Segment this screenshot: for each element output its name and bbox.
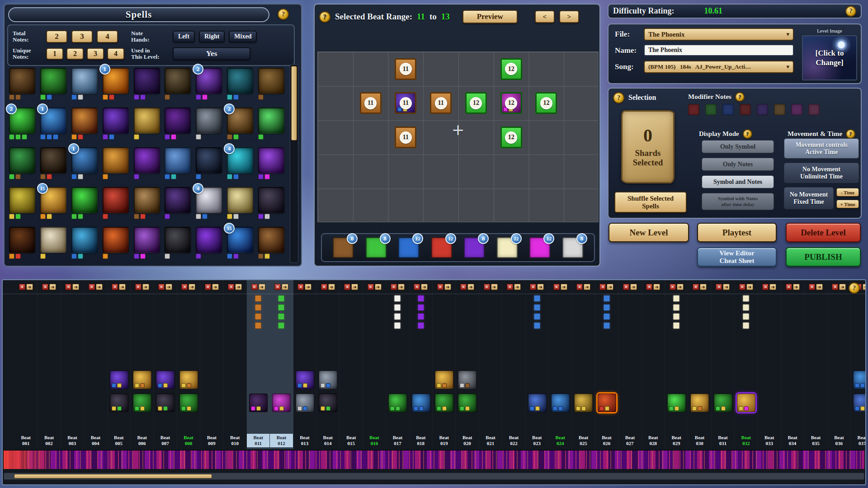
beat-delete-icon[interactable]: ✕ — [646, 284, 652, 290]
beat-label-025[interactable]: Beat025 — [572, 434, 594, 447]
beat-label-035[interactable]: Beat035 — [804, 434, 827, 447]
spell-icon[interactable] — [103, 108, 130, 141]
no-movement-fixed-button[interactable]: No Movement Fixed Time — [784, 187, 834, 209]
timeline-spell-icon[interactable] — [714, 394, 732, 412]
modifier-note-button[interactable] — [774, 104, 785, 115]
timeline-beat-column-018[interactable]: ✕➔Beat018 — [410, 280, 433, 449]
beat-label-032[interactable]: Beat032 — [735, 434, 757, 447]
spell-icon[interactable] — [103, 227, 130, 260]
beat-label-011[interactable]: Beat011 — [247, 434, 269, 447]
spell-icon[interactable] — [40, 147, 67, 180]
timeline-spell-icon[interactable] — [272, 394, 291, 412]
timeline-beat-column-002[interactable]: ✕➔Beat002 — [38, 280, 61, 449]
beat-delete-icon[interactable]: ✕ — [553, 284, 560, 290]
spell-icon[interactable] — [71, 68, 99, 101]
spell-icon[interactable] — [258, 187, 285, 220]
beat-jump-icon[interactable]: ➔ — [49, 284, 56, 290]
filter-unique-notes-2[interactable]: 2 — [66, 48, 84, 60]
beat-jump-icon[interactable]: ➔ — [746, 284, 753, 290]
modifier-note-button[interactable] — [705, 104, 717, 115]
beat-jump-icon[interactable]: ➔ — [607, 284, 613, 290]
playtest-button[interactable]: Playtest — [697, 223, 777, 242]
timeline-beat-column-024[interactable]: ✕➔Beat024 — [549, 280, 572, 449]
timeline-beat-column-014[interactable]: ✕➔Beat014 — [316, 280, 340, 449]
beat-delete-icon[interactable]: ✕ — [321, 284, 327, 290]
timeline-beat-column-012[interactable]: ✕➔Beat012 — [270, 280, 293, 449]
timeline-spell-icon[interactable] — [458, 371, 476, 389]
beat-label-030[interactable]: Beat030 — [688, 434, 711, 447]
timeline-spell-icon[interactable] — [133, 371, 151, 389]
timeline-beat-column-013[interactable]: ✕➔Beat013 — [293, 280, 316, 449]
beat-jump-icon[interactable]: ➔ — [839, 284, 846, 290]
beat-jump-icon[interactable]: ➔ — [26, 284, 33, 290]
timeline-beat-column-008[interactable]: ✕➔Beat008 — [177, 280, 200, 449]
beat-grid-note[interactable]: 11 — [395, 127, 416, 148]
beat-delete-icon[interactable]: ✕ — [414, 284, 420, 290]
beat-jump-icon[interactable]: ➔ — [653, 284, 660, 290]
filter-total-notes-2[interactable]: 2 — [46, 30, 67, 43]
beat-jump-icon[interactable]: ➔ — [677, 284, 684, 290]
beat-jump-icon[interactable]: ➔ — [444, 284, 451, 290]
beat-grid-note[interactable]: 11 — [395, 58, 416, 80]
beat-label-003[interactable]: Beat003 — [61, 434, 84, 447]
timeline-spell-icon[interactable] — [110, 394, 128, 412]
level-image-button[interactable]: [Click to Change] — [802, 35, 857, 80]
timeline-beat-column-004[interactable]: ✕➔Beat004 — [84, 280, 107, 449]
beat-grid-note[interactable]: 11 — [395, 92, 416, 114]
beat-jump-icon[interactable]: ➔ — [467, 284, 474, 290]
spell-icon[interactable] — [9, 187, 36, 220]
timeline-beat-column-022[interactable]: ✕➔Beat022 — [502, 280, 525, 449]
timeline-beat-column-019[interactable]: ✕➔Beat019 — [433, 280, 456, 449]
timeline-beat-column-037[interactable]: ✕➔Beat037 — [851, 280, 865, 449]
modifier-note-button[interactable] — [791, 104, 802, 115]
beat-jump-icon[interactable]: ➔ — [259, 284, 265, 290]
spells-scrollbar-thumb[interactable] — [291, 66, 297, 141]
beat-label-022[interactable]: Beat022 — [502, 434, 525, 447]
filter-unique-notes-4[interactable]: 4 — [107, 48, 124, 60]
timeline-spell-icon[interactable] — [156, 394, 175, 412]
spell-icon[interactable] — [196, 147, 223, 180]
beat-delete-icon[interactable]: ✕ — [228, 284, 234, 290]
filter-hands-left[interactable]: Left — [173, 31, 195, 42]
beat-delete-icon[interactable]: ✕ — [89, 284, 95, 290]
beat-label-010[interactable]: Beat010 — [224, 434, 246, 447]
timeline-beat-column-010[interactable]: ✕➔Beat010 — [224, 280, 247, 449]
timeline-spell-icon[interactable] — [412, 394, 430, 412]
beat-jump-icon[interactable]: ➔ — [119, 284, 126, 290]
beat-label-006[interactable]: Beat006 — [131, 434, 153, 447]
spell-icon[interactable] — [134, 147, 161, 180]
timeline-beat-column-006[interactable]: ✕➔Beat006 — [131, 280, 154, 449]
spell-icon[interactable] — [71, 187, 99, 220]
beat-label-023[interactable]: Beat023 — [526, 434, 548, 447]
beat-jump-icon[interactable]: ➔ — [305, 284, 311, 290]
beat-label-012[interactable]: Beat012 — [270, 434, 292, 447]
publish-button[interactable]: PUBLISH — [786, 247, 861, 267]
timeline-beat-column-035[interactable]: ✕➔Beat035 — [804, 280, 827, 449]
next-beat-button[interactable]: > — [559, 10, 579, 23]
beat-jump-icon[interactable]: ➔ — [863, 284, 865, 290]
beat-grid-note[interactable]: 12 — [535, 92, 557, 114]
timeline-beat-column-026[interactable]: ✕➔Beat026 — [595, 280, 618, 449]
note-color-tile[interactable]: 8 — [333, 237, 354, 258]
note-color-tile[interactable]: 12 — [529, 237, 550, 258]
timeline-beat-column-016[interactable]: ✕➔Beat016 — [363, 280, 386, 449]
beat-label-033[interactable]: Beat033 — [758, 434, 781, 447]
beat-jump-icon[interactable]: ➔ — [700, 284, 707, 290]
beat-delete-icon[interactable]: ✕ — [460, 284, 467, 290]
beat-delete-icon[interactable]: ✕ — [437, 284, 443, 290]
beat-label-002[interactable]: Beat002 — [38, 434, 60, 447]
beat-delete-icon[interactable]: ✕ — [205, 284, 211, 290]
preview-button[interactable]: Preview — [462, 10, 518, 23]
beat-jump-icon[interactable]: ➔ — [491, 284, 498, 290]
timeline-spell-icon[interactable] — [296, 371, 314, 389]
timeline-spell-icon[interactable] — [156, 371, 175, 389]
beat-label-021[interactable]: Beat021 — [479, 434, 502, 447]
beat-label-008[interactable]: Beat008 — [177, 434, 200, 447]
beat-jump-icon[interactable]: ➔ — [375, 284, 382, 290]
spell-icon[interactable]: 1 — [103, 68, 130, 101]
timeline-spell-icon[interactable] — [249, 394, 268, 412]
beat-delete-icon[interactable]: ✕ — [716, 284, 722, 290]
note-placement-grid[interactable]: + 11121111111212121112 — [317, 52, 599, 222]
timeline-beat-column-007[interactable]: ✕➔Beat007 — [154, 280, 177, 449]
beat-label-017[interactable]: Beat017 — [386, 434, 409, 447]
